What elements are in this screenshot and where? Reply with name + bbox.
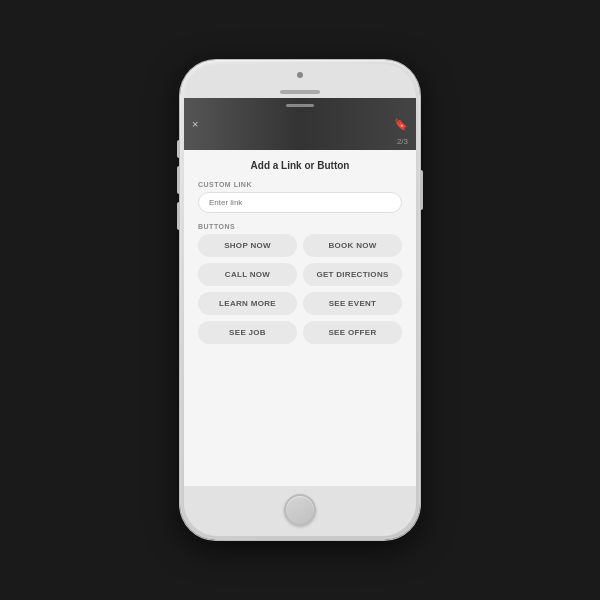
phone-body: × 🔖 2/3 Add a Link or Button CUSTOM LINK… (184, 64, 416, 536)
home-button[interactable] (284, 494, 316, 526)
mute-button (177, 140, 180, 158)
preview-count: 2/3 (397, 137, 408, 146)
power-button (420, 170, 423, 210)
custom-link-label: CUSTOM LINK (198, 181, 402, 188)
modal-panel: Add a Link or Button CUSTOM LINK BUTTONS… (184, 150, 416, 486)
phone-bottom-area (184, 486, 416, 536)
preview-strip: × 🔖 2/3 (184, 98, 416, 150)
volume-down-button (177, 202, 180, 230)
phone-screen: × 🔖 2/3 Add a Link or Button CUSTOM LINK… (184, 98, 416, 486)
link-input[interactable] (198, 192, 402, 213)
shop-now-button[interactable]: SHOP NOW (198, 234, 297, 257)
buttons-grid: SHOP NOW BOOK NOW CALL NOW GET DIRECTION… (198, 234, 402, 344)
front-camera (297, 72, 303, 78)
see-event-button[interactable]: SEE EVENT (303, 292, 402, 315)
book-now-button[interactable]: BOOK NOW (303, 234, 402, 257)
get-directions-button[interactable]: GET DIRECTIONS (303, 263, 402, 286)
volume-up-button (177, 166, 180, 194)
close-icon[interactable]: × (192, 118, 198, 130)
see-offer-button[interactable]: SEE OFFER (303, 321, 402, 344)
bookmark-icon[interactable]: 🔖 (394, 118, 408, 131)
phone-frame: × 🔖 2/3 Add a Link or Button CUSTOM LINK… (180, 60, 420, 540)
buttons-section-label: BUTTONS (198, 223, 402, 230)
see-job-button[interactable]: SEE JOB (198, 321, 297, 344)
phone-top-area (184, 64, 416, 98)
scroll-indicator (286, 104, 314, 107)
call-now-button[interactable]: CALL NOW (198, 263, 297, 286)
modal-title: Add a Link or Button (198, 160, 402, 171)
learn-more-button[interactable]: LEARN MORE (198, 292, 297, 315)
earpiece-speaker (280, 90, 320, 94)
